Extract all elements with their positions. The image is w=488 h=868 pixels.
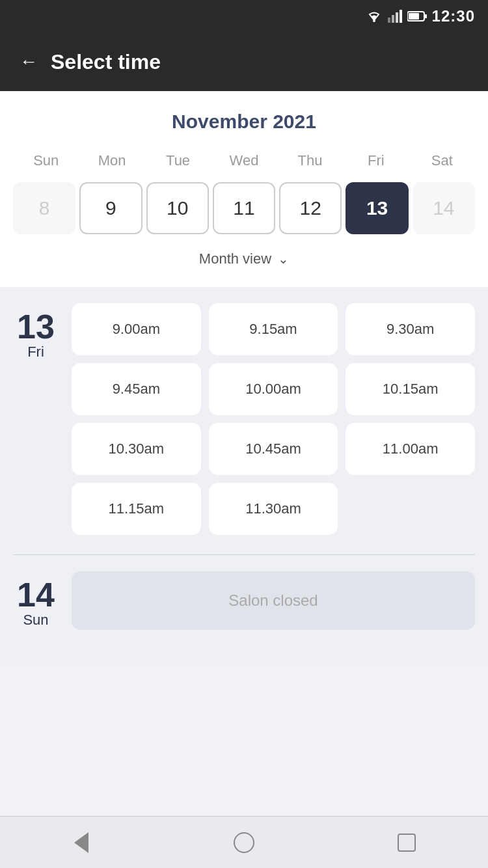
time-slot-1030am[interactable]: 10.30am <box>72 423 201 475</box>
day-name-sun: Sun <box>23 612 48 629</box>
day-block-13: 13 Fri 9.00am 9.15am 9.30am 9.45am 10.00… <box>13 303 475 535</box>
svg-point-0 <box>373 20 375 22</box>
month-title: November 2021 <box>13 111 475 133</box>
time-slot-945am[interactable]: 9.45am <box>72 363 201 415</box>
date-row: 8 9 10 11 12 13 14 <box>13 182 475 234</box>
day-number-13: 13 <box>17 310 55 344</box>
day-label-13: 13 Fri <box>13 303 59 535</box>
time-slot-1100am[interactable]: 11.00am <box>346 423 475 475</box>
date-cell-8[interactable]: 8 <box>13 182 75 234</box>
bottom-nav <box>0 816 488 868</box>
svg-rect-4 <box>400 10 402 23</box>
time-slot-1045am[interactable]: 10.45am <box>209 423 338 475</box>
app-header: ← Select time <box>0 33 488 91</box>
svg-rect-2 <box>392 15 394 23</box>
day-headers: Sun Mon Tue Wed Thu Fri Sat <box>13 149 475 172</box>
salon-closed-message: Salon closed <box>72 571 475 630</box>
svg-rect-3 <box>396 12 398 23</box>
home-nav-icon <box>234 832 254 853</box>
time-section: 13 Fri 9.00am 9.15am 9.30am 9.45am 10.00… <box>0 287 488 666</box>
date-cell-13[interactable]: 13 <box>346 182 408 234</box>
status-time: 12:30 <box>432 7 475 25</box>
svg-rect-1 <box>388 18 390 23</box>
nav-recents-button[interactable] <box>390 826 423 859</box>
battery-icon <box>407 10 427 22</box>
status-bar: 12:30 <box>0 0 488 33</box>
day-name-fri: Fri <box>27 344 44 360</box>
nav-home-button[interactable] <box>228 826 260 859</box>
day-header-fri: Fri <box>343 149 409 172</box>
time-slot-930am[interactable]: 9.30am <box>346 303 475 355</box>
back-nav-icon <box>74 832 88 853</box>
svg-rect-6 <box>424 14 427 18</box>
month-view-label: Month view <box>199 251 271 267</box>
chevron-down-icon: ⌄ <box>278 251 289 267</box>
time-slot-900am[interactable]: 9.00am <box>72 303 201 355</box>
day-label-14: 14 Sun <box>13 571 59 630</box>
date-cell-11[interactable]: 11 <box>213 182 275 234</box>
back-button[interactable]: ← <box>20 51 38 72</box>
page-title: Select time <box>51 50 161 74</box>
status-icons: 12:30 <box>366 7 475 25</box>
wifi-icon <box>366 10 383 23</box>
date-cell-10[interactable]: 10 <box>146 182 209 234</box>
time-grid-13: 9.00am 9.15am 9.30am 9.45am 10.00am 10.1… <box>72 303 475 535</box>
time-slot-915am[interactable]: 9.15am <box>209 303 338 355</box>
day-header-tue: Tue <box>145 149 211 172</box>
date-cell-12[interactable]: 12 <box>279 182 342 234</box>
nav-back-button[interactable] <box>65 826 98 859</box>
day-block-14: 14 Sun Salon closed <box>13 571 475 630</box>
svg-rect-7 <box>409 13 419 20</box>
recents-nav-icon <box>398 834 416 852</box>
calendar-section: November 2021 Sun Mon Tue Wed Thu Fri Sa… <box>0 91 488 287</box>
time-slot-1000am[interactable]: 10.00am <box>209 363 338 415</box>
date-cell-9[interactable]: 9 <box>79 182 142 234</box>
day-header-thu: Thu <box>277 149 343 172</box>
day-number-14: 14 <box>17 578 55 612</box>
day-header-sun: Sun <box>13 149 79 172</box>
signal-icon <box>388 10 402 23</box>
month-view-toggle[interactable]: Month view ⌄ <box>13 244 475 274</box>
time-slot-1115am[interactable]: 11.15am <box>72 483 201 535</box>
day-header-wed: Wed <box>211 149 277 172</box>
date-cell-14[interactable]: 14 <box>413 182 475 234</box>
time-slot-1015am[interactable]: 10.15am <box>346 363 475 415</box>
day-header-mon: Mon <box>79 149 144 172</box>
section-divider <box>13 554 475 555</box>
day-header-sat: Sat <box>409 149 475 172</box>
time-slot-1130am[interactable]: 11.30am <box>209 483 338 535</box>
